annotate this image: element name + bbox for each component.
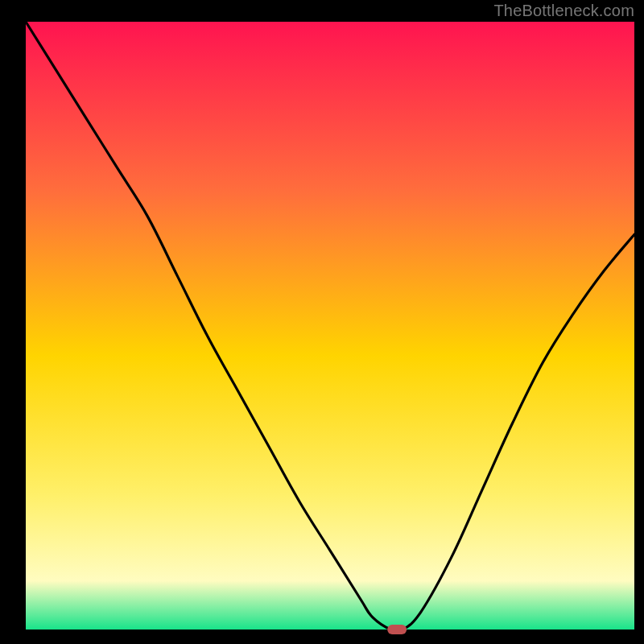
chart-frame: TheBottleneck.com: [0, 0, 644, 644]
plot-gradient-area: [26, 22, 634, 630]
watermark-text: TheBottleneck.com: [493, 2, 634, 20]
optimal-point-marker: [387, 625, 407, 634]
bottleneck-chart: [0, 0, 644, 644]
